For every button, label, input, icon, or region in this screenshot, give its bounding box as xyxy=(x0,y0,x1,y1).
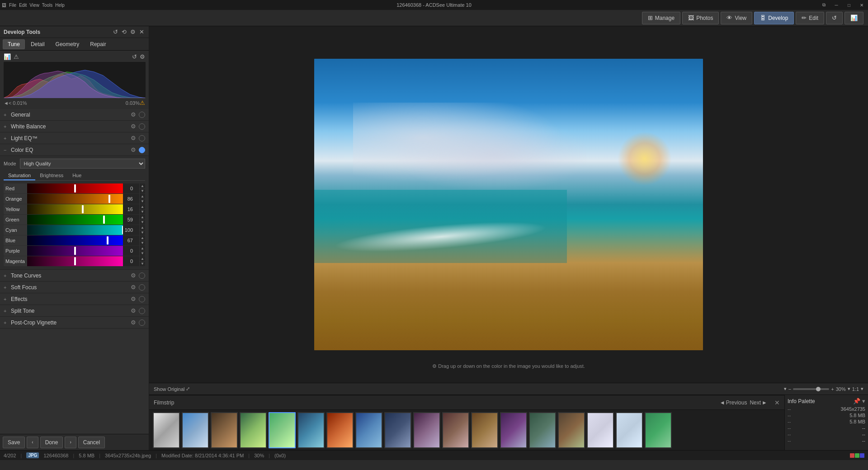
mode-select[interactable]: High Quality Standard xyxy=(20,159,145,169)
reset-icon[interactable]: ⟲ xyxy=(121,28,127,36)
zoom-slider[interactable] xyxy=(793,388,829,390)
thumb-4[interactable] xyxy=(240,412,267,448)
develop-button[interactable]: 🎛 Develop xyxy=(754,12,794,24)
manage-button[interactable]: ⊞ Manage xyxy=(642,12,680,24)
cyan-up[interactable]: ▲ xyxy=(140,225,145,230)
section-tone-curves[interactable]: + Tone Curves ⚙ xyxy=(0,270,149,282)
thumb-8[interactable] xyxy=(355,412,382,448)
orange-value[interactable] xyxy=(123,194,139,204)
cancel-button[interactable]: Cancel xyxy=(78,437,105,448)
menu-file[interactable]: File xyxy=(9,3,16,8)
section-white-balance[interactable]: + White Balance ⚙ xyxy=(0,121,149,132)
leq-toggle[interactable] xyxy=(139,135,145,141)
red-value[interactable] xyxy=(123,183,139,193)
done-button[interactable]: Done xyxy=(40,437,63,448)
red-up[interactable]: ▲ xyxy=(140,183,145,189)
cyan-value[interactable] xyxy=(123,225,139,235)
section-soft-focus[interactable]: + Soft Focus ⚙ xyxy=(0,282,149,293)
blue-value[interactable] xyxy=(123,235,139,245)
thumb-10[interactable] xyxy=(413,412,440,448)
section-color-eq[interactable]: − Color EQ ⚙ xyxy=(0,144,149,156)
magenta-down[interactable]: ▼ xyxy=(140,262,145,267)
ceq-toggle[interactable] xyxy=(139,147,145,153)
dropdown-arrow-icon[interactable]: ▾ xyxy=(784,386,787,392)
restore-icon[interactable]: ⧉ xyxy=(817,0,830,10)
blue-up[interactable]: ▲ xyxy=(140,235,145,241)
orange-up[interactable]: ▲ xyxy=(140,194,145,199)
tab-geometry[interactable]: Geometry xyxy=(51,39,85,49)
tc-settings-icon[interactable]: ⚙ xyxy=(130,272,137,279)
cyan-down[interactable]: ▼ xyxy=(140,230,145,235)
tc-toggle[interactable] xyxy=(139,273,145,279)
blue-track[interactable] xyxy=(27,235,123,245)
show-original-button[interactable]: Show Original ⤢ xyxy=(154,386,190,392)
minimize-icon[interactable]: ─ xyxy=(830,0,843,10)
close-panel-icon[interactable]: ✕ xyxy=(138,28,145,36)
edit-button[interactable]: ✏ Edit xyxy=(796,12,824,24)
green-up[interactable]: ▲ xyxy=(140,215,145,220)
menu-edit[interactable]: Edit xyxy=(19,3,27,8)
thumb-2[interactable] xyxy=(182,412,209,448)
wb-toggle[interactable] xyxy=(139,123,145,130)
zoom-plus-icon[interactable]: + xyxy=(831,386,834,392)
purple-up[interactable]: ▲ xyxy=(140,246,145,251)
blue-down[interactable]: ▼ xyxy=(140,241,145,246)
magenta-track[interactable] xyxy=(27,256,123,266)
section-general[interactable]: + General ⚙ xyxy=(0,109,149,121)
filmstrip-close-icon[interactable]: ✕ xyxy=(774,399,780,406)
save-button[interactable]: Save xyxy=(3,437,25,448)
vig-toggle[interactable] xyxy=(139,320,145,326)
menu-tools[interactable]: Tools xyxy=(42,3,52,8)
hist-gear-icon[interactable]: ⚙ xyxy=(140,53,145,60)
refresh-icon[interactable]: ↺ xyxy=(112,28,119,36)
vig-settings-icon[interactable]: ⚙ xyxy=(130,319,137,326)
ratio-dropdown-icon[interactable]: ▾ xyxy=(861,386,863,392)
thumb-18[interactable] xyxy=(645,412,672,448)
purple-value[interactable] xyxy=(123,246,139,256)
thumb-9[interactable] xyxy=(384,412,411,448)
thumb-12[interactable] xyxy=(471,412,498,448)
section-split-tone[interactable]: + Split Tone ⚙ xyxy=(0,305,149,317)
restore-button[interactable]: ↺ xyxy=(826,12,843,24)
thumb-1[interactable] xyxy=(153,412,180,448)
green-down[interactable]: ▼ xyxy=(140,220,145,225)
tab-repair[interactable]: Repair xyxy=(85,39,111,49)
thumb-7[interactable] xyxy=(326,412,354,448)
menu-view[interactable]: View xyxy=(29,3,39,8)
thumb-5[interactable] xyxy=(269,412,296,448)
purple-track[interactable] xyxy=(27,246,123,256)
yellow-value[interactable] xyxy=(123,204,139,214)
eq-tab-hue[interactable]: Hue xyxy=(68,171,86,180)
magenta-up[interactable]: ▲ xyxy=(140,256,145,262)
section-light-eq[interactable]: + Light EQ™ ⚙ xyxy=(0,132,149,144)
thumb-14[interactable] xyxy=(529,412,556,448)
yellow-down[interactable]: ▼ xyxy=(140,210,145,215)
thumb-6[interactable] xyxy=(297,412,325,448)
hist-channel-icon[interactable]: 📊 xyxy=(4,53,11,60)
st-toggle[interactable] xyxy=(139,308,145,314)
zoom-dropdown-icon[interactable]: ▾ xyxy=(848,386,850,392)
hist-warn-icon[interactable]: ⚠ xyxy=(14,53,19,60)
eq-tab-brightness[interactable]: Brightness xyxy=(35,171,68,180)
hist-warn-triangle[interactable]: ⚠ xyxy=(140,99,145,106)
red-down[interactable]: ▼ xyxy=(140,189,145,194)
prev-nav-button[interactable]: ‹ xyxy=(27,437,38,448)
purple-down[interactable]: ▼ xyxy=(140,251,145,256)
zoom-minus-icon[interactable]: − xyxy=(788,386,791,392)
leq-settings-icon[interactable]: ⚙ xyxy=(130,134,137,142)
prev-button[interactable]: ◄ Previous xyxy=(720,400,747,406)
info-pin-icon[interactable]: 📌 xyxy=(853,398,860,404)
general-settings-icon[interactable]: ⚙ xyxy=(130,111,137,118)
section-vignette[interactable]: + Post-Crop Vignette ⚙ xyxy=(0,317,149,329)
section-effects[interactable]: + Effects ⚙ xyxy=(0,293,149,305)
sf-toggle[interactable] xyxy=(139,284,145,291)
next-nav-button[interactable]: › xyxy=(65,437,76,448)
thumb-3[interactable] xyxy=(211,412,238,448)
view-button[interactable]: 👁 View xyxy=(721,12,752,24)
settings-icon[interactable]: ⚙ xyxy=(129,28,137,36)
yellow-up[interactable]: ▲ xyxy=(140,204,145,210)
sf-settings-icon[interactable]: ⚙ xyxy=(130,283,137,291)
tab-tune[interactable]: Tune xyxy=(3,39,25,49)
red-track[interactable] xyxy=(27,183,123,193)
green-value[interactable] xyxy=(123,215,139,225)
